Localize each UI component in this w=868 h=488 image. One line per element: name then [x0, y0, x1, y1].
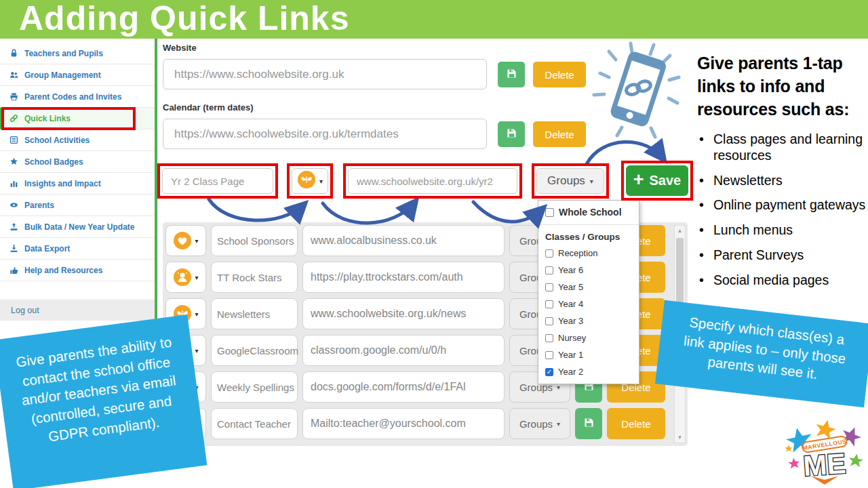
delete-button[interactable]: Delete	[533, 121, 586, 147]
dropdown-item-label: Nursey	[558, 333, 586, 343]
save-button[interactable]	[498, 62, 525, 87]
link-url-input[interactable]: Mailto:teacher@yourschool.com	[302, 408, 505, 439]
delete-button[interactable]: Delete	[607, 408, 665, 439]
benefit-item: Online payment gateways	[697, 197, 868, 214]
save-button[interactable]	[575, 408, 602, 439]
caret-down-icon: ▾	[590, 178, 593, 185]
sidebar-item-school-badges[interactable]: School Badges	[0, 151, 155, 173]
sidebar-item-group-management[interactable]: Group Management	[0, 64, 155, 86]
checkbox-unchecked-icon[interactable]	[545, 266, 553, 274]
checkbox-unchecked-icon[interactable]	[545, 317, 553, 325]
floppy-icon	[583, 417, 595, 430]
checkbox-checked-icon[interactable]: ✓	[545, 368, 553, 376]
link-url-input[interactable]	[348, 168, 517, 194]
dropdown-item-year-5[interactable]: Year 5	[538, 279, 639, 296]
sidebar-item-teachers-and-pupils[interactable]: Teachers and Pupils	[0, 43, 155, 64]
plus-icon: +	[633, 171, 644, 189]
users-icon	[9, 70, 18, 79]
groups-button-label: Groups	[519, 418, 553, 430]
link-url-input[interactable]: classroom.google.com/u/0/h	[302, 335, 505, 366]
link-name-input[interactable]: Newsletters	[211, 298, 298, 329]
logout-button[interactable]: Log out	[0, 300, 155, 321]
groups-dropdown-button[interactable]: Groups ▾	[509, 408, 570, 439]
link-name-input[interactable]: GoogleClassroom	[211, 335, 298, 366]
benefit-item: Social media pages	[697, 272, 868, 289]
save-button-label: Save	[650, 173, 682, 188]
dropdown-item-label: Reception	[558, 248, 598, 258]
dropdown-item-whole-school[interactable]: Whole School	[538, 201, 639, 224]
delete-button[interactable]: Delete	[533, 62, 586, 87]
sidebar-item-label: Parent Codes and Invites	[24, 92, 121, 102]
checkbox-unchecked-icon[interactable]	[545, 249, 553, 258]
link-url-input[interactable]: https://play.ttrockstars.com/auth	[302, 262, 505, 293]
sidebar-item-data-export[interactable]: Data Export	[0, 238, 155, 260]
checkbox-unchecked-icon[interactable]	[545, 208, 554, 217]
annotation-box-icon-picker: ▾	[287, 163, 333, 199]
link-url-input[interactable]: www.schoolwebsite.org.uk/news	[302, 298, 505, 329]
icon-picker-dropdown[interactable]: ▾	[165, 225, 206, 256]
character-icon	[173, 268, 192, 287]
right-panel: Give parents 1-tap links to info and res…	[697, 52, 868, 297]
sidebar-item-insights-and-impact[interactable]: Insights and Impact	[0, 173, 155, 195]
checkbox-unchecked-icon[interactable]	[545, 283, 553, 291]
right-panel-heading: Give parents 1-tap links to info and res…	[697, 52, 868, 121]
benefit-item: Class pages and learning resources	[697, 131, 868, 164]
checkbox-unchecked-icon[interactable]	[545, 334, 553, 342]
link-name-input[interactable]: TT Rock Stars	[211, 262, 298, 293]
sidebar-item-help-and-resources[interactable]: Help and Resources	[0, 260, 155, 281]
dropdown-item-year-2[interactable]: ✓ Year 2	[538, 363, 639, 380]
save-button[interactable]	[498, 121, 525, 147]
calendar-url-input[interactable]	[163, 119, 487, 149]
website-url-input[interactable]	[163, 59, 487, 89]
dropdown-item-label: Year 2	[558, 367, 583, 377]
lock-icon	[9, 49, 18, 58]
caret-down-icon: ▾	[557, 384, 560, 391]
sidebar-spacer	[0, 281, 155, 300]
star-icon	[9, 157, 18, 166]
dropdown-item-year-3[interactable]: Year 3	[538, 312, 639, 329]
link-name-input[interactable]	[162, 168, 273, 194]
dropdown-item-reception[interactable]: Reception	[538, 245, 639, 262]
groups-button-label: Groups	[547, 174, 585, 188]
add-save-button[interactable]: + Save	[626, 165, 688, 196]
sidebar-item-label: Bulk Data / New Year Update	[24, 222, 135, 232]
dropdown-group-header: Classes / Groups	[538, 225, 639, 245]
groups-dropdown-button[interactable]: Groups ▾	[536, 168, 604, 194]
dropdown-item-year-6[interactable]: Year 6	[538, 262, 639, 279]
dropdown-item-nursey[interactable]: Nursey	[538, 329, 639, 346]
sidebar-item-label: Data Export	[24, 244, 70, 253]
sidebar-item-label: Teachers and Pupils	[24, 49, 103, 58]
floppy-icon	[506, 68, 517, 81]
icon-picker-dropdown[interactable]: ▾	[292, 168, 328, 194]
caret-down-icon: ▾	[195, 274, 198, 281]
upload-icon	[9, 222, 18, 231]
annotation-box-link-name	[157, 163, 278, 199]
scroll-up-icon[interactable]: ▲	[675, 228, 685, 234]
sidebar-item-bulk-data-new-year-update[interactable]: Bulk Data / New Year Update	[0, 216, 155, 238]
link-url-input[interactable]: docs.google.com/forms/d/e/1FAl	[302, 371, 505, 403]
sidebar-item-school-activities[interactable]: School Activities	[0, 129, 155, 151]
annotation-box-link-url	[343, 163, 522, 199]
link-name-input[interactable]: Contact Teacher	[211, 408, 298, 439]
groups-dropdown-panel: Whole School Classes / Groups Reception …	[538, 200, 639, 384]
dropdown-item-year-1[interactable]: Year 1	[538, 346, 639, 363]
slide-header: Adding Quick Links	[0, 0, 868, 39]
icon-picker-dropdown[interactable]: ▾	[165, 262, 206, 293]
sidebar-item-parent-codes-and-invites[interactable]: Parent Codes and Invites	[0, 86, 155, 108]
sidebar-item-label: Group Management	[24, 70, 101, 80]
sidebar-item-parents[interactable]: Parents	[0, 195, 155, 216]
hand-icon	[9, 266, 18, 274]
checkbox-unchecked-icon[interactable]	[545, 300, 553, 308]
download-icon	[9, 244, 18, 253]
link-name-input[interactable]: School Sponsors	[211, 225, 298, 256]
sidebar-item-quick-links[interactable]: Quick Links	[0, 108, 155, 129]
caret-down-icon: ▾	[195, 347, 198, 354]
scroll-down-icon[interactable]: ▼	[675, 434, 685, 441]
checkbox-unchecked-icon[interactable]	[545, 351, 553, 359]
link-name-input[interactable]: Weekly Spellings	[211, 371, 298, 403]
annotation-box-groups: Groups ▾	[532, 163, 609, 199]
link-url-input[interactable]: www.alocalbusiness.co.uk	[302, 225, 505, 256]
floppy-icon	[506, 127, 517, 141]
slide: Adding Quick Links Teachers and Pupils G…	[0, 0, 868, 488]
dropdown-item-year-4[interactable]: Year 4	[538, 296, 639, 312]
